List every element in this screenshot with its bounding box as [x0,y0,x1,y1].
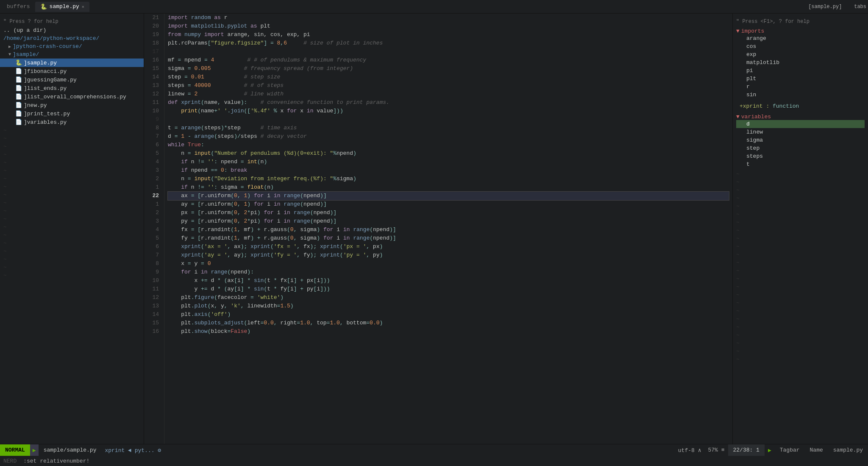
tag-item-sin[interactable]: sin [736,91,865,99]
xprint-label[interactable]: +xprint : function [736,102,865,110]
editor-area[interactable]: 21 20 19 18 17 16 15 14 13 12 11 10 9 8 … [144,14,732,444]
sidebar-item-new[interactable]: 📄 ]new.py [0,101,144,109]
tag-item-steps[interactable]: steps [736,152,865,160]
sidebar-item-python-crash-course[interactable]: ▶ ]python-crash-course/ [0,42,144,50]
sidebar-help: " Press ? for help [0,17,144,26]
variables-section: ▼ variables d linew sigma step steps t [733,112,868,170]
tilde-right: ~ [733,202,868,210]
tab-close-icon[interactable]: ✕ [82,4,84,9]
sidebar-item-variables[interactable]: 📄 ]variables.py [0,118,144,126]
tilde-line: ~ [0,142,144,151]
cmd-text[interactable]: :set relativenumber! [23,458,89,464]
code-line: for i in range(npend): [168,268,729,276]
code-line: x += d * (ax[i] * sin(t * fx[i] + px[i])… [168,276,729,285]
tag-item-r[interactable]: r [736,83,865,91]
tilde-right: ~ [733,331,868,339]
status-filename-right: sample.py [828,447,868,453]
code-line: print(name+' '.join(['%.4f' % x for x in… [168,107,729,115]
tab-buffers-label: buffers [7,3,30,10]
tilde-line: ~ [0,199,144,207]
tag-item-pi[interactable]: pi [736,67,865,75]
tilde-line: ~ [0,223,144,231]
code-line [168,115,729,124]
tag-item-plt[interactable]: plt [736,75,865,83]
sidebar-label: ]list_ends.py [24,85,67,92]
tag-item-matplotlib[interactable]: matplotlib [736,59,865,67]
code-line: if npend == 0: break [168,166,729,175]
position-label: 22/38 [733,447,750,453]
code-line: if n != '': sigma = float(n) [168,183,729,192]
tilde-right: ~ [733,234,868,243]
code-line: py = [r.uniform(0, 2*pi) for i in range(… [168,217,729,226]
tilde-right: ~ [733,210,868,218]
tag-item-cos[interactable]: cos [736,42,865,50]
main-layout: " Press ? for help .. (up a dir) /home/j… [0,14,868,444]
status-mode: NORMAL [0,444,30,456]
tilde-line: ~ [0,247,144,255]
tilde-line: ~ [0,191,144,199]
tilde-right: ~ [733,347,868,355]
sidebar-item-print-test[interactable]: 📄 ]print_test.py [0,109,144,118]
sidebar-label: ]variables.py [24,119,67,126]
file-icon: 📄 [15,110,22,117]
file-icon: 📄 [15,93,22,100]
func-label: xprint [105,447,125,454]
code-line: mf = npend = 4 # # of pendulums & maximu… [168,56,729,64]
right-help: " Press <F1>, ? for help [733,17,868,26]
tag-item-step[interactable]: step [736,144,865,152]
code-line: fy = [r.randint(1, mf) + r.gauss(0, sigm… [168,234,729,243]
variables-label: variables [741,114,771,120]
status-function: xprint ◄ pyt... ⚙ [101,447,164,454]
code-line: plt.figure(facecolor = 'white') [168,293,729,302]
code-line: step = 0.01 # step size [168,73,729,81]
sidebar-up-dir[interactable]: .. (up a dir) [0,26,144,34]
right-panel: " Press <F1>, ? for help ▼ imports arang… [732,14,868,444]
status-triangle: ▶ [765,447,775,454]
code-line: t = arange(steps)*step # time axis [168,124,729,132]
code-display[interactable]: import random as r import matplotlib.pyp… [164,14,732,444]
tilde-line: ~ [0,183,144,191]
variables-header[interactable]: ▼ variables [736,114,865,120]
imports-header[interactable]: ▼ imports [736,28,865,34]
sidebar-root[interactable]: /home/jarol/python-workspace/ [0,34,144,42]
sidebar-item-fibonacci[interactable]: 📄 ]fibonacci.py [0,67,144,75]
tilde-line: ~ [0,231,144,239]
status-filepath: sample/sample.py [39,447,102,453]
tab-buffers[interactable]: buffers [2,2,35,11]
tag-item-arange[interactable]: arange [736,34,865,42]
code-line: n = input("Number of pendulums (%d)(0=ex… [168,149,729,158]
file-icon: 📄 [15,68,22,75]
code-line: fx = [r.randint(1, mf) + r.gauss(0, sigm… [168,226,729,234]
sidebar-item-list-overall[interactable]: 📄 ]list_overall_comprehensions.py [0,92,144,101]
pyt-label: pyt... [135,447,155,454]
sidebar-item-guessing[interactable]: 📄 ]guessingGame.py [0,75,144,84]
right-triangle-icon: ▶ [768,447,771,454]
tag-item-exp[interactable]: exp [736,50,865,59]
sidebar-label: ]sample/ [13,51,39,58]
code-line: ay = [r.uniform(0, 1) for i in range(npe… [168,200,729,209]
tilde-right: ~ [733,170,868,178]
tag-item-d[interactable]: d [736,120,865,128]
tag-item-sigma[interactable]: sigma [736,136,865,144]
tag-item-t[interactable]: t [736,160,865,168]
code-line: n = input("Deviation from integer freq.(… [168,175,729,183]
code-line [168,47,729,56]
status-position: 22/38 : 1 [728,444,765,456]
tilde-line: ~ [0,175,144,183]
code-line: d = 1 - arange(steps)/steps # decay vect… [168,132,729,141]
status-arrow: ▶ [30,444,39,456]
status-arrow-icon: ▶ [33,447,36,454]
name-label: Name [810,447,823,453]
code-line: def xprint(name, value): # convenience f… [168,98,729,107]
tilde-right: ~ [733,291,868,299]
tag-item-linew[interactable]: linew [736,128,865,136]
tilde-right: ~ [733,243,868,251]
sidebar-item-sample-py[interactable]: 🐍 ]sample.py [0,59,144,67]
code-line: import random as r [168,14,729,22]
sidebar-item-sample-dir[interactable]: ▼ ]sample/ [0,50,144,59]
col-label: : 1 [750,447,760,453]
tab-sample-py[interactable]: 🐍 sample.py ✕ [35,2,89,12]
tilde-right: ~ [733,307,868,315]
tab-right-info: [sample.py] tabs [808,4,866,10]
sidebar-item-list-ends[interactable]: 📄 ]list_ends.py [0,84,144,92]
